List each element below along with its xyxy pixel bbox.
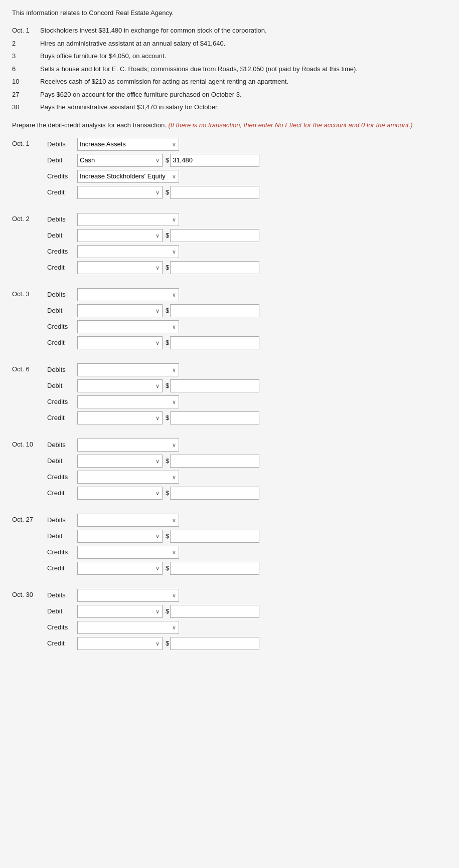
debit-amount-input-2[interactable] [170,304,259,317]
entry-fields: DebitsIncrease AssetsDecrease AssetsIncr… [47,138,447,202]
dollar-sign: $ [166,607,169,615]
credits-effect-select-6[interactable]: Increase AssetsDecrease AssetsIncrease L… [77,621,179,634]
transaction-desc: Buys office furniture for $4,050, on acc… [40,51,447,61]
debits-effect-select-0[interactable]: Increase AssetsDecrease AssetsIncrease L… [77,138,179,151]
credits-effect-select-0[interactable]: Increase AssetsDecrease AssetsIncrease L… [77,170,179,183]
dollar-sign: $ [166,639,169,647]
transaction-item: Oct. 1Stockholders invest $31,480 in exc… [12,26,447,36]
dollar-sign: $ [166,232,169,239]
credit-amount-input-2[interactable] [170,336,259,349]
entry-section: Oct. 30DebitsIncrease AssetsDecrease Ass… [12,589,447,653]
credits-effect-select-1[interactable]: Increase AssetsDecrease AssetsIncrease L… [77,245,179,258]
debits-row: DebitsIncrease AssetsDecrease AssetsIncr… [47,589,447,602]
entry-fields: DebitsIncrease AssetsDecrease AssetsIncr… [47,589,447,653]
debits-row: DebitsIncrease AssetsDecrease AssetsIncr… [47,363,447,376]
debits-row: DebitsIncrease AssetsDecrease AssetsIncr… [47,288,447,301]
entry-date: Oct. 27 [12,514,47,578]
credits-effect-select-4[interactable]: Increase AssetsDecrease AssetsIncrease L… [77,471,179,484]
transaction-date: 10 [12,77,40,87]
debit-amount-input-1[interactable] [170,229,259,242]
debit-row: DebitCashAccounts ReceivableSuppliesEqui… [47,304,447,317]
credit-label: Credit [47,264,77,271]
debit-amount-input-5[interactable] [170,530,259,543]
credits-row: CreditsIncrease AssetsDecrease AssetsInc… [47,471,447,484]
debits-effect-select-2[interactable]: Increase AssetsDecrease AssetsIncrease L… [77,288,179,301]
debit-account-select-2[interactable]: CashAccounts ReceivableSuppliesEquipment… [77,304,163,317]
transaction-desc: Hires an administrative assistant at an … [40,39,447,49]
debits-effect-select-1[interactable]: Increase AssetsDecrease AssetsIncrease L… [77,213,179,226]
debit-account-select-6[interactable]: CashAccounts ReceivableSuppliesEquipment… [77,605,163,618]
credit-account-select-1[interactable]: CashAccounts ReceivableSuppliesEquipment… [77,261,163,274]
dollar-sign: $ [166,564,169,572]
credits-effect-select-2[interactable]: Increase AssetsDecrease AssetsIncrease L… [77,320,179,333]
credit-row: CreditCashAccounts ReceivableSuppliesEqu… [47,487,447,500]
debit-amount-input-0[interactable] [170,154,259,167]
debits-effect-select-3[interactable]: Increase AssetsDecrease AssetsIncrease L… [77,363,179,376]
transaction-item: 2Hires an administrative assistant at an… [12,39,447,49]
dollar-sign: $ [166,414,169,421]
debits-label: Debits [47,441,77,449]
debits-label: Debits [47,215,77,223]
credit-amount-input-4[interactable] [170,487,259,500]
debit-amount-input-6[interactable] [170,605,259,618]
debit-label: Debit [47,607,77,615]
credits-row: CreditsIncrease AssetsDecrease AssetsInc… [47,245,447,258]
debit-label: Debit [47,232,77,239]
debits-effect-select-6[interactable]: Increase AssetsDecrease AssetsIncrease L… [77,589,179,602]
transaction-date: 27 [12,90,40,100]
dollar-sign: $ [166,339,169,346]
credit-account-select-5[interactable]: CashAccounts ReceivableSuppliesEquipment… [77,562,163,575]
instruction-italic: (If there is no transaction, then enter … [168,121,412,129]
entry-section: Oct. 27DebitsIncrease AssetsDecrease Ass… [12,514,447,578]
credits-effect-select-5[interactable]: Increase AssetsDecrease AssetsIncrease L… [77,546,179,559]
entry-fields: DebitsIncrease AssetsDecrease AssetsIncr… [47,514,447,578]
debit-account-select-0[interactable]: CashAccounts ReceivableSuppliesEquipment… [77,154,163,167]
debit-account-select-4[interactable]: CashAccounts ReceivableSuppliesEquipment… [77,455,163,468]
debits-label: Debits [47,291,77,298]
debit-row: DebitCashAccounts ReceivableSuppliesEqui… [47,455,447,468]
credit-row: CreditCashAccounts ReceivableSuppliesEqu… [47,336,447,349]
dollar-sign: $ [166,532,169,540]
credit-amount-input-3[interactable] [170,411,259,424]
credit-label: Credit [47,188,77,196]
credit-account-select-0[interactable]: CashAccounts ReceivableSuppliesEquipment… [77,186,163,199]
credit-row: CreditCashAccounts ReceivableSuppliesEqu… [47,261,447,274]
entry-section: Oct. 1DebitsIncrease AssetsDecrease Asse… [12,138,447,202]
credit-amount-input-1[interactable] [170,261,259,274]
debit-amount-input-4[interactable] [170,455,259,468]
instruction-static: Prepare the debit-credit analysis for ea… [12,121,168,129]
credit-account-select-3[interactable]: CashAccounts ReceivableSuppliesEquipment… [77,411,163,424]
transaction-desc: Receives cash of $210 as commission for … [40,77,447,87]
dollar-sign: $ [166,264,169,271]
credit-amount-input-5[interactable] [170,562,259,575]
entry-date: Oct. 3 [12,288,47,352]
entry-date: Oct. 6 [12,363,47,427]
credits-effect-select-3[interactable]: Increase AssetsDecrease AssetsIncrease L… [77,395,179,408]
credit-amount-input-0[interactable] [170,186,259,199]
debit-account-select-1[interactable]: CashAccounts ReceivableSuppliesEquipment… [77,229,163,242]
debits-effect-select-4[interactable]: Increase AssetsDecrease AssetsIncrease L… [77,439,179,452]
credits-row: CreditsIncrease AssetsDecrease AssetsInc… [47,170,447,183]
entry-section: Oct. 3DebitsIncrease AssetsDecrease Asse… [12,288,447,352]
debit-account-select-5[interactable]: CashAccounts ReceivableSuppliesEquipment… [77,530,163,543]
transaction-date: 2 [12,39,40,49]
transaction-date: 6 [12,64,40,74]
debits-row: DebitsIncrease AssetsDecrease AssetsIncr… [47,439,447,452]
dollar-sign: $ [166,489,169,497]
debit-row: DebitCashAccounts ReceivableSuppliesEqui… [47,605,447,618]
entry-date: Oct. 10 [12,439,47,503]
transaction-item: 27Pays $620 on account for the office fu… [12,90,447,100]
credit-account-select-6[interactable]: CashAccounts ReceivableSuppliesEquipment… [77,637,163,650]
credits-label: Credits [47,172,77,180]
transaction-item: 3Buys office furniture for $4,050, on ac… [12,51,447,61]
debit-amount-input-3[interactable] [170,379,259,392]
credit-account-select-4[interactable]: CashAccounts ReceivableSuppliesEquipment… [77,487,163,500]
debit-label: Debit [47,457,77,465]
credit-amount-input-6[interactable] [170,637,259,650]
entry-section: Oct. 6DebitsIncrease AssetsDecrease Asse… [12,363,447,427]
transaction-date: 3 [12,51,40,61]
transaction-list: Oct. 1Stockholders invest $31,480 in exc… [12,26,447,112]
debits-effect-select-5[interactable]: Increase AssetsDecrease AssetsIncrease L… [77,514,179,527]
credit-account-select-2[interactable]: CashAccounts ReceivableSuppliesEquipment… [77,336,163,349]
debit-account-select-3[interactable]: CashAccounts ReceivableSuppliesEquipment… [77,379,163,392]
